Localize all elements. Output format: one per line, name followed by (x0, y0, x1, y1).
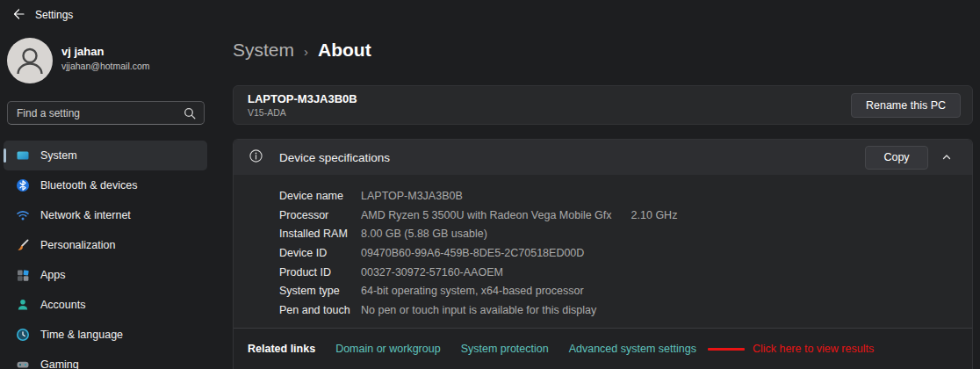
person-avatar-icon (7, 38, 53, 83)
breadcrumb: System › About (233, 40, 371, 61)
spec-row: System type 64-bit operating system, x64… (279, 281, 972, 300)
page-title: About (318, 40, 371, 61)
sidebar-item-time-language[interactable]: Time & language (4, 320, 207, 350)
spec-row: Processor AMD Ryzen 5 3500U with Radeon … (279, 206, 972, 225)
sidebar-item-apps[interactable]: Apps (4, 260, 207, 290)
copy-button[interactable]: Copy (865, 146, 928, 170)
info-icon (249, 149, 263, 166)
sidebar-item-gaming[interactable]: Gaming (4, 350, 207, 369)
person-icon (16, 298, 30, 312)
sidebar-item-label: Personalization (40, 239, 115, 251)
search-input[interactable] (8, 102, 204, 124)
search-box (7, 101, 205, 125)
title-bar: Settings (0, 0, 980, 29)
brush-icon (16, 238, 30, 252)
spec-row: Pen and touch No pen or touch input is a… (279, 300, 972, 320)
chevron-up-icon[interactable] (932, 152, 962, 163)
bluetooth-icon (16, 178, 30, 192)
sidebar-nav: System Bluetooth & devices Network & int… (4, 141, 207, 369)
avatar (7, 38, 53, 83)
profile-email: vjjahan@hotmail.com (61, 61, 150, 71)
gamepad-icon (16, 358, 30, 369)
sidebar-item-network-internet[interactable]: Network & internet (4, 200, 207, 230)
window-title: Settings (35, 9, 73, 21)
device-name: LAPTOP-M3JA3B0B (248, 92, 357, 105)
annotation-line (708, 348, 745, 351)
sidebar-item-label: Accounts (40, 299, 85, 311)
display-icon (16, 148, 30, 163)
breadcrumb-chevron-icon: › (304, 44, 308, 59)
device-specifications-card: Device specifications Copy Device name L… (233, 139, 973, 369)
main-content: System › About LAPTOP-M3JA3B0B V15-ADA R… (211, 29, 980, 369)
search-icon (184, 107, 196, 123)
apps-icon (16, 268, 30, 282)
sidebar-item-label: Gaming (40, 358, 79, 369)
related-links-title: Related links (248, 343, 315, 355)
section-title: Device specifications (279, 151, 390, 164)
sidebar-item-label: Network & internet (40, 209, 131, 221)
profile-name: vj jahan (61, 45, 104, 58)
related-links-row: Related links Domain or workgroup System… (234, 328, 972, 369)
link-domain-or-workgroup[interactable]: Domain or workgroup (335, 343, 441, 355)
wifi-icon (16, 208, 30, 222)
clock-icon (16, 328, 30, 342)
device-name-card: LAPTOP-M3JA3B0B V15-ADA Rename this PC (233, 85, 973, 125)
sidebar-item-accounts[interactable]: Accounts (4, 290, 207, 320)
sidebar-item-label: Time & language (40, 329, 123, 341)
device-model: V15-ADA (248, 107, 286, 118)
settings-window: Settings vj jahan vjjahan@hotmail.com (0, 0, 980, 369)
rename-pc-button[interactable]: Rename this PC (851, 93, 961, 118)
spec-row: Device name LAPTOP-M3JA3B0B (279, 186, 972, 206)
link-advanced-system-settings[interactable]: Advanced system settings (569, 343, 696, 355)
spec-table: Device name LAPTOP-M3JA3B0B Processor AM… (234, 175, 972, 328)
breadcrumb-system[interactable]: System (233, 40, 294, 61)
sidebar: vj jahan vjjahan@hotmail.com System (0, 29, 211, 369)
back-button[interactable] (11, 7, 26, 23)
selected-accent-pill (4, 148, 6, 163)
spec-row: Device ID 09470B60-99A6-459B-8DE5-2C7051… (279, 243, 972, 263)
sidebar-item-personalization[interactable]: Personalization (4, 230, 207, 260)
annotation-text: Click here to view results (753, 343, 874, 355)
sidebar-item-system[interactable]: System (4, 141, 207, 170)
device-specifications-expander[interactable]: Device specifications Copy (234, 140, 972, 175)
spec-row: Installed RAM 8.00 GB (5.88 GB usable) (279, 224, 972, 243)
sidebar-item-label: Bluetooth & devices (40, 179, 138, 192)
profile-header[interactable]: vj jahan vjjahan@hotmail.com (7, 38, 205, 85)
sidebar-item-label: System (40, 149, 77, 162)
sidebar-item-label: Apps (40, 269, 66, 281)
spec-row: Product ID 00327-30972-57160-AAOEM (279, 263, 972, 282)
back-arrow-icon (11, 11, 25, 24)
link-system-protection[interactable]: System protection (461, 343, 549, 355)
sidebar-item-bluetooth-devices[interactable]: Bluetooth & devices (4, 170, 207, 200)
